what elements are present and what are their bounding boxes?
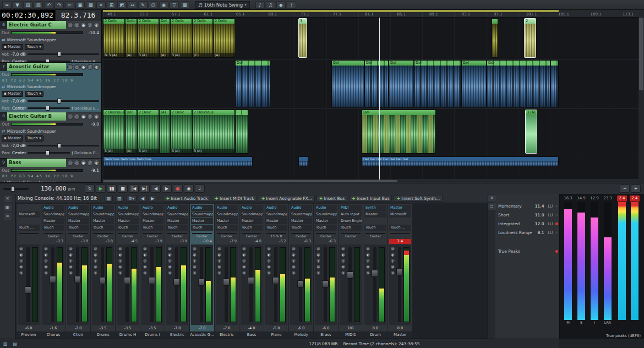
strip-automation-mode[interactable]: Touch [364,225,386,231]
strip-bus[interactable]: Drum Engine [340,218,362,224]
strip-input[interactable]: Audio [92,205,114,211]
strip-mute-icon[interactable]: M [341,264,346,269]
audio-clip[interactable]: (A) [159,110,170,154]
strip-solo-icon[interactable]: S [19,270,24,275]
vertical-scrollbar[interactable] [638,10,644,183]
audio-clip[interactable]: Delic(A) [125,18,137,58]
volume-slider[interactable] [28,100,99,102]
strip-automation-mode[interactable]: Touch [340,225,362,231]
strip-automation-mode[interactable]: Touch [92,225,114,231]
audio-clip[interactable]: 2 Delic(C) [192,18,213,58]
stop-button[interactable]: ■ [118,184,128,193]
strip-mute-icon[interactable]: M [167,264,172,269]
track-solo-icon[interactable]: ○ [74,22,80,28]
strip-interleave-icon[interactable]: ◐ [19,252,24,257]
record-button[interactable]: ● [173,184,183,193]
strip-bus[interactable]: Master [216,218,238,224]
clip-lane[interactable]: Delicious Delicious DeliciousDel Del Del… [103,155,638,180]
strip-name[interactable]: MIDI1 [339,331,363,339]
audio-clip[interactable]: 2 [524,18,536,58]
select-tool-icon[interactable]: ◩ [117,1,127,9]
track-mute-icon[interactable]: ◌ [67,160,73,166]
strip-mute-icon[interactable]: M [242,264,247,269]
strip-phase-icon[interactable]: ∅ [291,246,296,251]
strip-mute-icon[interactable]: M [316,264,321,269]
strip-phase-icon[interactable]: ∅ [43,246,48,251]
strip-output-device[interactable]: Soundmapper [166,211,188,218]
strip-interleave-icon[interactable]: ◐ [242,252,247,257]
strip-name[interactable]: Bass [239,331,264,339]
scroll-right-icon[interactable]: ▶ [149,195,156,202]
strip-fx-icon[interactable]: ƒ [192,258,197,263]
audio-clip[interactable] [550,60,559,107]
fader-handle[interactable] [74,276,81,283]
strip-fx-icon[interactable]: ƒ [167,258,172,263]
strip-input[interactable]: Master [389,205,411,211]
slider-handle[interactable] [57,143,61,148]
fader-handle[interactable] [25,286,31,293]
mixer-strip[interactable]: AudioSoundmapperMasterTouchCenter-3.9∅◐ƒ… [165,204,189,339]
move-tool-icon[interactable]: ↔ [128,1,137,9]
track-arm-icon[interactable]: ● [80,22,86,28]
strip-pan[interactable] [389,231,411,239]
strip-phase-icon[interactable]: ∅ [192,246,197,251]
strip-mute-icon[interactable]: M [43,264,48,269]
strip-name[interactable]: Electric Gui... [215,331,239,339]
track-fx-icon[interactable]: ƒ [87,160,93,166]
strip-fx-icon[interactable]: ƒ [390,258,395,263]
audio-clip[interactable]: Del [461,60,487,107]
audio-clip[interactable]: 2 Delicious3 (A) [192,110,235,154]
track-header[interactable]: 8Electric Guitar B◌○●ƒ◐Out-9.0⇄Microsoft… [0,112,101,159]
strip-mute-icon[interactable]: M [143,264,148,269]
fader-handle[interactable] [322,280,329,287]
strip-solo-icon[interactable]: S [118,270,123,275]
track-mute-icon[interactable]: ◌ [67,113,73,119]
strip-automation-mode[interactable]: Touch [67,225,89,231]
strip-automation-mode[interactable]: Touch ... [389,225,411,231]
track-automation-icon[interactable]: ◐ [94,64,100,70]
audio-clip[interactable]: Del [235,60,270,107]
beat-display[interactable]: 82.3.716 [55,10,101,21]
strip-pan[interactable]: Center [315,231,337,239]
fader-handle[interactable] [99,277,106,284]
track-arm-icon[interactable]: ● [80,64,86,70]
strip-input[interactable]: Audio [117,205,139,211]
strip-output-device[interactable]: Soundmapper [315,211,337,218]
markers-icon[interactable]: ▽ [170,1,179,9]
track-header[interactable]: 6Electric Guitar C◌○●ƒ◐Out-10.4⇄Microsof… [0,21,101,63]
strip-bus[interactable]: Master [315,218,337,224]
zoom-tool-icon[interactable]: ◉ [159,1,168,9]
strip-bus[interactable]: Master [265,218,287,224]
strip-mute-icon[interactable]: M [93,264,98,269]
slider-handle[interactable] [57,99,61,104]
draw-tool-icon[interactable]: ✎ [138,1,148,9]
strip-name[interactable]: Drums I [140,331,165,339]
bus-chip[interactable]: ▪ Master [2,135,23,142]
track-name[interactable]: Electric Guitar B [7,112,66,121]
audio-clip[interactable]: Del [362,110,436,154]
snap-grid-icon[interactable]: ⊞ [107,1,116,9]
strip-solo-icon[interactable]: S [43,270,48,275]
delete-icon[interactable]: ✕ [96,1,106,9]
strip-fader[interactable] [274,247,277,322]
strip-solo-icon[interactable]: S [242,270,247,275]
strip-automation-mode[interactable]: Touch [191,225,213,231]
strip-automation-mode[interactable]: Touch ... [18,225,40,231]
slider-handle[interactable] [46,106,50,111]
strip-interleave-icon[interactable]: ◐ [192,252,197,257]
audio-clip[interactable]: 2 Delicfx 3 (A) [103,18,125,58]
strip-phase-icon[interactable]: ∅ [143,246,148,251]
strip-interleave-icon[interactable]: ◐ [118,252,123,257]
strip-automation-mode[interactable]: Touch [290,225,312,231]
strip-name[interactable]: Master [388,331,412,339]
strip-fader[interactable] [299,247,302,322]
strip-fx-icon[interactable]: ƒ [217,258,222,263]
strip-fx-icon[interactable]: ƒ [365,258,370,263]
strip-output-device[interactable]: Soundmapper [92,211,114,218]
strip-output-device[interactable]: Soundmapper [241,211,263,218]
audio-clip[interactable]: 2 Delic3 (A) [137,110,159,154]
strip-pan[interactable]: Center [42,231,64,239]
strip-fx-icon[interactable]: ƒ [242,258,247,263]
wide-strips-icon[interactable]: ▦ [105,195,113,202]
strip-pan[interactable]: Center [117,231,139,239]
